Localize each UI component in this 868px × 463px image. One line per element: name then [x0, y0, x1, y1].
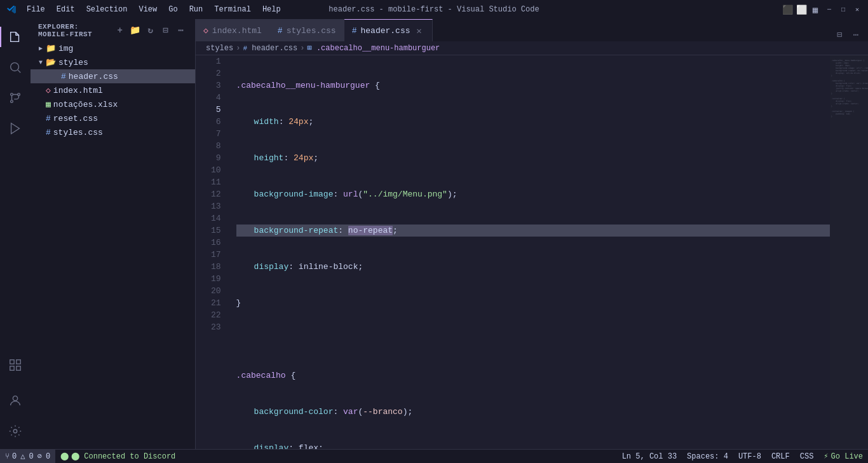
html-icon: ◇	[46, 85, 51, 95]
layout2-icon[interactable]: ⬜	[797, 5, 806, 14]
svg-rect-8	[10, 366, 14, 370]
file-name: notações.xlsx	[53, 100, 118, 109]
code-line-2: width: 24px;	[236, 116, 830, 128]
menu-help[interactable]: Help	[257, 4, 286, 15]
line-num-22: 22	[211, 309, 221, 321]
tree-item-xlsx[interactable]: ▦ notações.xlsx	[31, 97, 195, 111]
line-num-2: 2	[211, 67, 221, 79]
minimize-button[interactable]: ─	[825, 5, 834, 14]
collapse-button[interactable]: ⊟	[159, 24, 172, 37]
layout3-icon[interactable]: ▦	[811, 5, 820, 14]
menu-terminal[interactable]: Terminal	[209, 4, 256, 15]
code-line-11: display: flex;	[236, 442, 830, 449]
split-editor-button[interactable]: ⊟	[832, 27, 846, 41]
token-value: no-repeat	[348, 225, 393, 237]
menu-run[interactable]: Run	[184, 4, 208, 15]
svg-rect-6	[10, 360, 14, 364]
discord-status[interactable]: ⬤ ⬤ Connected to Discord	[55, 450, 180, 463]
tree-item-reset-css[interactable]: # reset.css	[31, 111, 195, 125]
line-num-13: 13	[211, 200, 221, 212]
spaces-status[interactable]: Spaces: 4	[682, 450, 733, 463]
tab-close-button[interactable]: ✕	[414, 25, 424, 36]
tree-item-styles[interactable]: ▼ 📂 styles	[31, 55, 195, 69]
menu-view[interactable]: View	[133, 4, 162, 15]
tab-actions: ⊟ ⋯	[827, 27, 868, 41]
token-url: url	[343, 188, 358, 200]
tree-item-styles-css[interactable]: # styles.css	[31, 125, 195, 139]
breadcrumb-class-label: .cabecalho__menu-hamburguer	[316, 44, 440, 53]
git-status[interactable]: ⑂ 0 △ 0 ⊘ 0	[0, 450, 55, 463]
menu-go[interactable]: Go	[163, 4, 182, 15]
menu-selection[interactable]: Selection	[81, 4, 133, 15]
account-icon[interactable]	[0, 385, 31, 416]
line-num-1: 1	[211, 55, 221, 67]
line-num-4: 4	[211, 92, 221, 104]
tab-label: index.html	[212, 26, 262, 36]
go-live-status[interactable]: ⚡ Go Live	[818, 450, 868, 463]
token-prop: display	[254, 442, 289, 449]
encoding-status[interactable]: UTF-8	[733, 450, 766, 463]
discord-dot-icon: ⬤	[60, 452, 69, 461]
files-icon[interactable]	[0, 22, 31, 52]
token-var: var	[343, 406, 358, 418]
code-line-8	[236, 333, 830, 345]
token-string: "../img/Menu.png"	[363, 188, 447, 200]
line-num-3: 3	[211, 79, 221, 92]
svg-point-3	[11, 100, 13, 103]
token-prop: display	[254, 261, 289, 273]
code-editor[interactable]: 1 2 3 4 5 6 7 8 9 10 11 12 13 14 15 16 1	[196, 55, 830, 449]
menu-file[interactable]: File	[22, 4, 50, 15]
refresh-button[interactable]: ↻	[144, 24, 157, 37]
token-class: .cabecalho__menu-hamburguer	[236, 79, 370, 92]
line-num-11: 11	[211, 176, 221, 188]
line-ending-status[interactable]: CRLF	[766, 450, 795, 463]
breadcrumb-file: header.css	[252, 44, 297, 53]
file-name: styles.css	[53, 128, 103, 137]
tree-item-img[interactable]: ▶ 📁 img	[31, 41, 195, 55]
tree-item-header-css[interactable]: # header.css	[31, 69, 195, 83]
extensions-icon[interactable]	[0, 350, 31, 380]
tab-label: styles.css	[287, 26, 336, 36]
status-left: ⑂ 0 △ 0 ⊘ 0 ⬤ ⬤ Connected to Discord	[0, 450, 180, 463]
menu-edit[interactable]: Edit	[51, 4, 80, 15]
breadcrumb-header-css[interactable]: # header.css	[243, 44, 297, 53]
tabs-bar: ◇ index.html # styles.css # header.css ✕…	[196, 19, 868, 41]
more-actions-button[interactable]: ⋯	[175, 24, 187, 37]
arrow-icon: ▶	[36, 45, 46, 52]
title-bar-left: File Edit Selection View Go Run Terminal…	[6, 4, 286, 15]
token-colon: :	[288, 442, 299, 449]
settings-icon[interactable]	[0, 416, 31, 446]
spaces-label: Spaces: 4	[687, 452, 728, 461]
minimap-content: .cabecalho__menu-hamburguer { width: 24p…	[830, 55, 868, 121]
breadcrumb-selector[interactable]: ⊞ .cabecalho__menu-hamburguer	[307, 43, 440, 53]
new-file-button[interactable]: +	[114, 24, 126, 37]
language-status[interactable]: CSS	[795, 450, 819, 463]
token-prop: height	[254, 152, 284, 164]
line-num-10: 10	[211, 164, 221, 176]
file-name: header.css	[69, 72, 118, 81]
code-content[interactable]: .cabecalho__menu-hamburguer { width: 24p…	[231, 55, 830, 449]
git-sep: △	[20, 452, 25, 461]
tree-item-index-html[interactable]: ◇ index.html	[31, 83, 195, 97]
maximize-button[interactable]: □	[839, 5, 848, 14]
token-colon: :	[333, 406, 343, 418]
layout-icon[interactable]: ⬛	[783, 5, 792, 14]
svg-point-11	[13, 429, 17, 433]
line-num-15: 15	[211, 225, 221, 237]
breadcrumb-styles[interactable]: styles	[206, 44, 233, 53]
more-tabs-button[interactable]: ⋯	[849, 27, 863, 41]
editor-area: ◇ index.html # styles.css # header.css ✕…	[196, 19, 868, 449]
close-button[interactable]: ✕	[853, 5, 862, 14]
source-control-icon[interactable]	[0, 83, 31, 113]
new-folder-button[interactable]: 📁	[129, 24, 142, 37]
token-num: 24px	[288, 116, 308, 128]
position-status[interactable]: Ln 5, Col 33	[617, 450, 682, 463]
tab-header-css[interactable]: # header.css ✕	[344, 19, 433, 41]
tab-index-html[interactable]: ◇ index.html	[196, 19, 270, 41]
token-colon: :	[279, 116, 289, 128]
tab-styles-css[interactable]: # styles.css	[270, 19, 344, 41]
search-icon[interactable]	[0, 52, 31, 83]
debug-icon[interactable]	[0, 113, 31, 144]
svg-rect-9	[17, 366, 20, 370]
breadcrumb-sep2: ›	[300, 44, 304, 53]
